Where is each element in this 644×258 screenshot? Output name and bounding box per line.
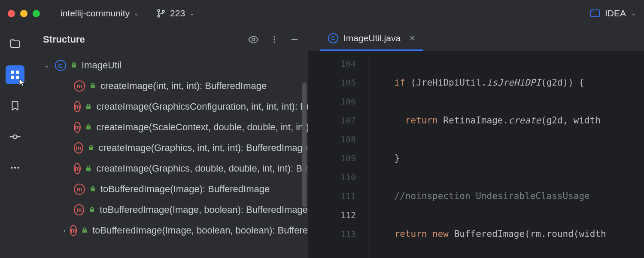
line-number[interactable]: 105 — [340, 73, 356, 92]
svg-rect-3 — [11, 71, 14, 74]
code-token: return — [405, 115, 438, 126]
svg-point-12 — [273, 37, 275, 38]
bookmark-icon — [9, 100, 21, 112]
line-number[interactable]: 104 — [340, 54, 356, 73]
tree-method-node[interactable]: m 🔒︎ toBufferedImage(Image, boolean): Bu… — [74, 200, 308, 220]
method-signature: createImage(Graphics, double, double, in… — [96, 163, 308, 174]
maximize-window[interactable] — [33, 10, 40, 17]
class-file-icon: C — [328, 33, 338, 43]
ide-name: IDEA — [605, 8, 626, 18]
titlebar: intellij-community ⌄ 223 ⌄ IDEA ⌄ — [0, 0, 644, 27]
line-number[interactable]: 111 — [340, 187, 356, 206]
editor-tab[interactable]: C ImageUtil.java ✕ — [320, 27, 423, 51]
method-icon: m — [74, 184, 85, 195]
method-icon: m — [74, 142, 83, 154]
code-token: BufferedImage(rm.round(width — [449, 229, 606, 239]
commit-icon — [9, 130, 21, 143]
code-token: (g2d)) { — [541, 77, 584, 88]
method-icon: m — [74, 204, 84, 215]
tree-method-node[interactable]: m 🔒︎ createImage(ScaleContext, double, d… — [74, 117, 308, 138]
editor-body[interactable]: 104 105 106 107 108 109 110 111 112 113 … — [308, 51, 644, 258]
code-token: //noinspection UndesirableClassUsage — [395, 191, 590, 201]
line-number[interactable]: 110 — [340, 168, 356, 187]
panel-header: Structure — [30, 27, 308, 52]
lock-icon: 🔒︎ — [88, 144, 94, 152]
method-icon: m — [74, 101, 81, 112]
minimize-icon[interactable] — [290, 35, 299, 44]
method-signature: createImage(ScaleContext, double, double… — [96, 122, 308, 133]
svg-point-0 — [158, 9, 160, 12]
method-signature: toBufferedImage(Image): BufferedImage — [100, 184, 270, 195]
method-signature: createImage(int, int, int): BufferedImag… — [100, 80, 267, 92]
vcs-changes-count: 223 — [170, 8, 185, 18]
structure-tree: ⌄ C 🔒︎ ImageUtil m 🔒︎ createImage(int, i… — [30, 52, 308, 241]
method-signature: toBufferedImage(Image, boolean, boolean)… — [92, 225, 308, 236]
svg-point-13 — [273, 39, 275, 40]
method-icon: m — [74, 122, 81, 133]
structure-tool-button[interactable] — [6, 65, 24, 84]
folder-icon — [9, 38, 21, 50]
tool-window-bar — [0, 27, 30, 258]
svg-point-1 — [158, 15, 160, 17]
line-number[interactable]: 113 — [340, 224, 356, 243]
code-token: if — [395, 77, 405, 88]
line-number[interactable]: 112 — [340, 206, 356, 224]
tree-method-node[interactable]: m 🔒︎ createImage(GraphicsConfiguration, … — [74, 96, 308, 117]
tree-method-node[interactable]: m 🔒︎ createImage(Graphics, int, int, int… — [74, 138, 308, 158]
chevron-down-icon[interactable]: ⌄ — [43, 62, 51, 69]
ide-icon — [590, 9, 600, 17]
method-icon: m — [74, 163, 81, 174]
svg-rect-4 — [16, 71, 19, 74]
gutter: 104 105 106 107 108 109 110 111 112 113 — [308, 51, 368, 258]
code-token: create — [508, 115, 541, 126]
code-token: } — [395, 153, 400, 163]
project-selector[interactable]: intellij-community ⌄ — [61, 8, 139, 18]
bookmarks-tool-button[interactable] — [6, 96, 24, 115]
code-token: return new — [395, 229, 449, 239]
chevron-down-icon: ⌄ — [189, 10, 194, 17]
ide-selector[interactable]: IDEA ⌄ — [590, 8, 636, 18]
commit-tool-button[interactable] — [6, 127, 24, 146]
project-tool-button[interactable] — [6, 34, 24, 53]
vcs-branch-widget[interactable]: 223 ⌄ — [156, 8, 194, 18]
lock-icon: 🔒︎ — [88, 206, 95, 214]
tree-method-node[interactable]: m 🔒︎ createImage(int, int, int): Buffere… — [74, 76, 308, 96]
eye-icon[interactable] — [248, 34, 259, 45]
svg-rect-5 — [11, 76, 14, 79]
line-number[interactable]: 106 — [340, 92, 356, 111]
more-vertical-icon[interactable] — [270, 34, 279, 45]
line-number[interactable]: 107 — [340, 111, 356, 130]
method-icon: m — [74, 80, 85, 92]
code-token: (g2d, width — [541, 115, 601, 126]
svg-point-14 — [273, 41, 275, 43]
chevron-right-icon[interactable]: › — [64, 227, 66, 234]
scrollbar-thumb[interactable] — [302, 83, 307, 207]
cursor-icon — [18, 78, 27, 87]
svg-point-9 — [14, 167, 16, 169]
project-name: intellij-community — [61, 8, 130, 18]
close-icon[interactable]: ✕ — [409, 34, 416, 43]
editor-area: C ImageUtil.java ✕ 104 105 106 107 108 1… — [308, 27, 644, 258]
panel-title: Structure — [43, 34, 85, 45]
chevron-down-icon: ⌄ — [134, 10, 139, 17]
line-number[interactable]: 109 — [340, 149, 356, 168]
more-tools-button[interactable] — [6, 158, 24, 177]
method-signature: createImage(Graphics, int, int, int): Bu… — [99, 142, 308, 154]
svg-point-7 — [13, 135, 17, 139]
code-area[interactable]: if (JreHiDpiUtil.isJreHiDPI(g2d)) { retu… — [368, 51, 644, 258]
line-number[interactable]: 108 — [340, 130, 356, 149]
lock-icon: 🔒︎ — [70, 61, 77, 69]
code-token: RetinaImage. — [438, 115, 508, 126]
lock-icon: 🔒︎ — [89, 82, 96, 90]
close-window[interactable] — [8, 10, 15, 17]
tree-method-node[interactable]: m 🔒︎ createImage(Graphics, double, doubl… — [74, 158, 308, 179]
code-token: (JreHiDpiUtil. — [405, 77, 487, 88]
class-icon: C — [55, 60, 66, 71]
method-signature: toBufferedImage(Image, boolean): Buffere… — [100, 204, 308, 215]
svg-point-8 — [11, 167, 12, 169]
lock-icon: 🔒︎ — [89, 185, 96, 193]
tree-class-node[interactable]: ⌄ C 🔒︎ ImageUtil — [43, 55, 308, 76]
tree-method-node[interactable]: › m 🔒︎ toBufferedImage(Image, boolean, b… — [64, 220, 308, 241]
tree-method-node[interactable]: m 🔒︎ toBufferedImage(Image): BufferedIma… — [74, 179, 308, 200]
minimize-window[interactable] — [20, 10, 27, 17]
